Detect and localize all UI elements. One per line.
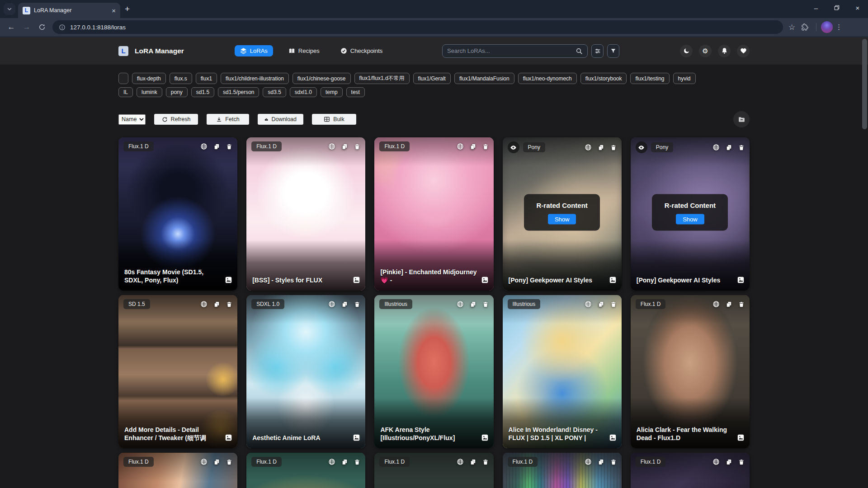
civitai-globe-button[interactable] xyxy=(328,143,335,150)
civitai-globe-button[interactable] xyxy=(457,143,464,150)
minimize-button[interactable]: – xyxy=(806,0,826,15)
refresh-button[interactable]: Refresh xyxy=(154,114,198,125)
delete-trash-button[interactable] xyxy=(482,143,489,150)
site-info-icon[interactable] xyxy=(59,24,66,31)
settings-gear-button[interactable]: ⚙ xyxy=(699,45,712,57)
civitai-globe-button[interactable] xyxy=(457,458,464,465)
tab-loras[interactable]: LoRAs xyxy=(235,45,273,56)
new-tab-button[interactable]: + xyxy=(125,4,130,14)
lora-card[interactable]: Flux.1 D Alicia Clark - Fear the Walking… xyxy=(631,295,750,448)
tag-chip[interactable]: flux1/neo-dynomech xyxy=(518,73,577,84)
delete-trash-button[interactable] xyxy=(354,143,360,150)
delete-trash-button[interactable] xyxy=(354,301,360,308)
browser-menu-icon[interactable]: ⋮ xyxy=(835,23,842,31)
tag-chip[interactable]: pony xyxy=(166,87,188,97)
tag-chip[interactable]: hyvid xyxy=(673,73,696,84)
civitai-globe-button[interactable] xyxy=(200,143,208,150)
copy-button[interactable] xyxy=(341,143,348,150)
example-images-icon[interactable] xyxy=(609,434,617,443)
notifications-bell-button[interactable] xyxy=(718,45,731,57)
tag-chip[interactable]: flux1/children-illustration xyxy=(221,73,289,84)
reload-button[interactable] xyxy=(35,20,49,34)
delete-trash-button[interactable] xyxy=(226,143,232,150)
tag-chip[interactable]: flux-depth xyxy=(132,73,166,84)
bookmark-star-icon[interactable]: ☆ xyxy=(788,23,795,32)
example-images-icon[interactable] xyxy=(481,434,489,443)
url-bar[interactable]: 127.0.0.1:8188/loras xyxy=(52,20,783,34)
folder-view-button[interactable] xyxy=(733,111,750,127)
back-button[interactable]: ← xyxy=(5,20,18,34)
copy-button[interactable] xyxy=(213,459,220,465)
delete-trash-button[interactable] xyxy=(610,144,617,151)
example-images-icon[interactable] xyxy=(737,434,745,443)
example-images-icon[interactable] xyxy=(353,276,360,286)
lora-card[interactable]: Flux.1 D xyxy=(118,453,237,488)
tag-chip[interactable] xyxy=(118,73,128,84)
close-window-button[interactable]: × xyxy=(847,0,868,15)
visibility-eye-button[interactable] xyxy=(508,141,519,153)
download-button[interactable]: Download xyxy=(258,114,303,125)
tag-chip[interactable]: sd1.5/person xyxy=(218,87,259,97)
delete-trash-button[interactable] xyxy=(610,459,617,465)
copy-button[interactable] xyxy=(213,143,220,150)
tag-chip[interactable]: IL xyxy=(118,87,133,97)
sort-sliders-button[interactable] xyxy=(591,44,604,58)
civitai-globe-button[interactable] xyxy=(200,458,208,465)
tag-chip[interactable]: sdxl1.0 xyxy=(290,87,317,97)
civitai-globe-button[interactable] xyxy=(585,300,592,308)
theme-moon-button[interactable] xyxy=(680,45,693,57)
civitai-globe-button[interactable] xyxy=(585,144,592,151)
example-images-icon[interactable] xyxy=(737,276,745,286)
search-input[interactable] xyxy=(447,47,576,54)
tab-search-button[interactable] xyxy=(4,3,15,15)
lora-card[interactable]: Flux.1 D xyxy=(374,453,493,488)
civitai-globe-button[interactable] xyxy=(328,300,335,308)
copy-button[interactable] xyxy=(598,144,604,151)
forward-button[interactable]: → xyxy=(20,20,33,34)
delete-trash-button[interactable] xyxy=(226,459,232,465)
tag-chip[interactable]: flux.s xyxy=(170,73,192,84)
lora-card[interactable]: Pony R-rated Content Show [Pony] Geekpow… xyxy=(631,137,750,291)
copy-button[interactable] xyxy=(213,301,220,308)
nsfw-show-button[interactable]: Show xyxy=(548,214,576,225)
tag-chip[interactable]: temp xyxy=(321,87,343,97)
lora-card[interactable]: Illustrious AFK Arena Style [Illustrious… xyxy=(374,295,493,448)
copy-button[interactable] xyxy=(598,301,604,308)
profile-avatar[interactable] xyxy=(821,21,833,33)
tag-chip[interactable]: flux1/chinese-goose xyxy=(292,73,351,84)
search-icon[interactable] xyxy=(576,47,583,55)
delete-trash-button[interactable] xyxy=(738,301,745,308)
copy-button[interactable] xyxy=(598,459,604,465)
civitai-globe-button[interactable] xyxy=(328,458,335,465)
tab-checkpoints[interactable]: Checkpoints xyxy=(335,45,388,56)
fetch-button[interactable]: Fetch xyxy=(207,114,249,125)
civitai-globe-button[interactable] xyxy=(712,458,720,465)
scrollbar-thumb[interactable] xyxy=(862,39,867,129)
copy-button[interactable] xyxy=(470,301,476,308)
delete-trash-button[interactable] xyxy=(610,301,617,308)
lora-card[interactable]: Flux.1 D [Pinkie] - Enchanted Midjourney… xyxy=(374,137,493,291)
tag-chip[interactable]: flux1/testing xyxy=(630,73,669,84)
restore-button[interactable] xyxy=(826,0,847,15)
tag-chip[interactable]: flux1/flux1.d不常用 xyxy=(354,73,410,84)
copy-button[interactable] xyxy=(726,144,732,151)
bulk-button[interactable]: Bulk xyxy=(312,114,356,125)
tab-close-icon[interactable]: × xyxy=(112,7,116,14)
civitai-globe-button[interactable] xyxy=(457,300,464,308)
example-images-icon[interactable] xyxy=(609,276,617,286)
delete-trash-button[interactable] xyxy=(226,301,232,308)
tag-chip[interactable]: flux1 xyxy=(196,73,217,84)
example-images-icon[interactable] xyxy=(353,434,360,443)
delete-trash-button[interactable] xyxy=(482,459,489,465)
tag-chip[interactable]: sd3.5 xyxy=(263,87,286,97)
tab-recipes[interactable]: Recipes xyxy=(283,45,325,56)
lora-card[interactable]: Flux.1 D 80s Fantasy Movie (SD1.5, SDXL,… xyxy=(118,137,237,291)
tag-chip[interactable]: test xyxy=(346,87,365,97)
browser-tab[interactable]: L LoRA Manager × xyxy=(18,3,120,18)
favorites-heart-button[interactable] xyxy=(737,45,750,57)
tag-chip[interactable]: flux1/Geralt xyxy=(413,73,451,84)
lora-card[interactable]: SDXL 1.0 Aesthetic Anime LoRA xyxy=(246,295,365,448)
lora-card[interactable]: Pony R-rated Content Show [Pony] Geekpow… xyxy=(503,137,622,291)
civitai-globe-button[interactable] xyxy=(585,458,592,465)
lora-card[interactable]: Flux.1 D xyxy=(631,453,750,488)
